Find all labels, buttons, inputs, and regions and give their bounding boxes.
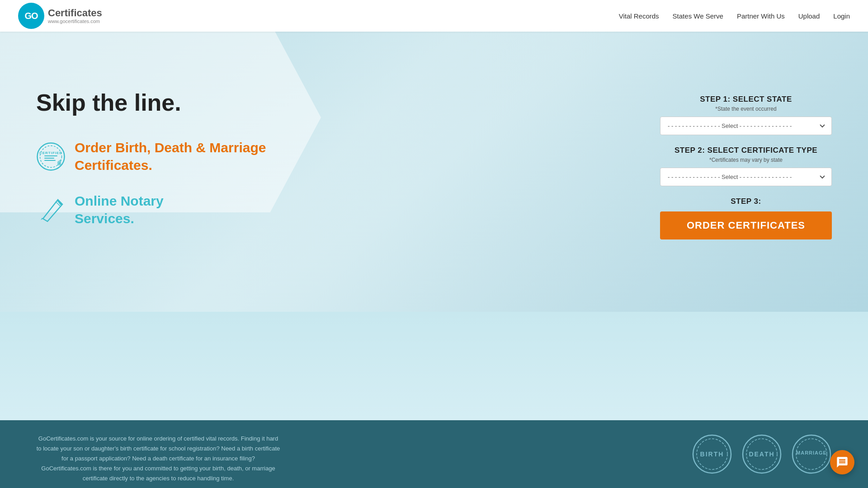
logo-url: www.gocertificates.com — [48, 19, 102, 24]
death-badge-icon: DEATH — [741, 434, 782, 474]
nav-states-we-serve[interactable]: States We Serve — [673, 12, 723, 20]
logo-text-block: Certificates www.gocertificates.com — [48, 8, 102, 24]
svg-text:MARRIAGE: MARRIAGE — [796, 450, 827, 455]
svg-rect-5 — [44, 160, 56, 161]
chat-icon — [836, 456, 849, 469]
order-form: STEP 1: SELECT STATE *State the event oc… — [660, 95, 832, 239]
hero-headline: Skip the line. — [36, 89, 266, 116]
order-certificates-button[interactable]: ORDER CERTIFICATES — [660, 211, 832, 239]
state-select[interactable]: - - - - - - - - - - - - - - - Select - -… — [660, 117, 832, 135]
nav-partner-with-us[interactable]: Partner With Us — [737, 12, 785, 20]
left-content: Skip the line. CERTIFIED Order Birth, De… — [36, 89, 266, 245]
header: GO Certificates www.gocertificates.com V… — [0, 0, 868, 32]
footer-description: GoCertificates.com is your source for on… — [36, 434, 280, 483]
service-certificates-text: Order Birth, Death & Marriage Certificat… — [75, 139, 266, 174]
footer: GoCertificates.com is your source for on… — [0, 420, 868, 488]
hero-section: Skip the line. CERTIFIED Order Birth, De… — [0, 32, 868, 312]
svg-rect-4 — [44, 158, 54, 159]
certificate-icon: CERTIFIED — [36, 142, 66, 171]
service-certificates: CERTIFIED Order Birth, Death & Marriage … — [36, 139, 266, 174]
logo[interactable]: GO Certificates www.gocertificates.com — [18, 3, 102, 29]
logo-go-text: GO — [24, 11, 38, 21]
service-notary-text: Online Notary Services. — [75, 192, 164, 227]
footer-inner: GoCertificates.com is your source for on… — [36, 434, 832, 483]
step1-label: STEP 1: SELECT STATE — [660, 95, 832, 104]
chat-bubble[interactable] — [830, 450, 854, 474]
footer-badges: BIRTH DEATH MARRIAGE — [692, 434, 832, 474]
lower-section — [0, 312, 868, 420]
svg-text:CERTIFIED: CERTIFIED — [39, 151, 62, 155]
nav-login[interactable]: Login — [833, 12, 850, 20]
birth-badge-icon: BIRTH — [692, 434, 732, 474]
logo-circle: GO — [18, 3, 44, 29]
step2-sublabel: *Certificates may vary by state — [660, 157, 832, 163]
certificate-type-select[interactable]: - - - - - - - - - - - - - - - Select - -… — [660, 168, 832, 186]
svg-text:BIRTH: BIRTH — [700, 450, 724, 458]
step2-label: STEP 2: SELECT CERTIFICATE TYPE — [660, 146, 832, 155]
marriage-badge-icon: MARRIAGE — [791, 434, 832, 474]
nav-vital-records[interactable]: Vital Records — [619, 12, 659, 20]
notary-pen-icon — [36, 195, 66, 225]
svg-text:DEATH: DEATH — [749, 450, 774, 458]
step3-label: STEP 3: — [660, 197, 832, 206]
main-nav: Vital Records States We Serve Partner Wi… — [619, 12, 850, 20]
service-notary: Online Notary Services. — [36, 192, 266, 227]
svg-rect-3 — [44, 155, 57, 156]
logo-certificates: Certificates — [48, 8, 102, 19]
step1-sublabel: *State the event occurred — [660, 106, 832, 112]
svg-point-0 — [38, 143, 65, 170]
nav-upload[interactable]: Upload — [798, 12, 820, 20]
